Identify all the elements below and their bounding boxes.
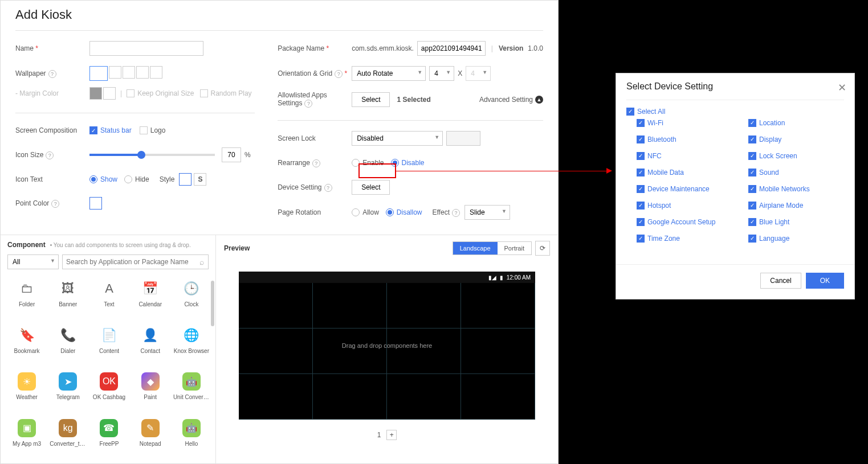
component-item[interactable]: 🤖Unit Converter xyxy=(172,370,211,414)
device-setting-checkbox[interactable]: Hotspot xyxy=(637,202,732,210)
landscape-tab[interactable]: Landscape xyxy=(453,242,498,254)
scrollbar[interactable] xyxy=(211,281,214,326)
component-item[interactable]: 🕒Clock xyxy=(172,277,211,322)
wallpaper-swatches[interactable] xyxy=(89,66,162,81)
help-icon[interactable]: ? xyxy=(335,70,343,78)
status-bar-preview: ▮◢ ▮ 12:00 AM xyxy=(239,272,535,283)
component-item[interactable]: AText xyxy=(89,277,128,322)
style-shadow[interactable]: S xyxy=(194,173,206,186)
refresh-button[interactable]: ⟳ xyxy=(535,241,550,256)
component-item[interactable]: 📞Dialer xyxy=(48,324,87,368)
device-setting-checkbox[interactable]: Device Maintenance xyxy=(637,185,732,193)
component-item[interactable]: 🌐Knox Browser xyxy=(172,324,211,368)
component-item[interactable]: ◆Paint xyxy=(131,370,170,414)
icon-size-value[interactable] xyxy=(222,147,241,162)
help-icon[interactable]: ? xyxy=(48,70,56,78)
device-setting-checkbox[interactable]: Time Zone xyxy=(637,235,732,243)
icon-size-label: Icon Size? xyxy=(15,151,89,159)
add-page-button[interactable]: + xyxy=(386,430,397,440)
portrait-tab[interactable]: Portrait xyxy=(498,242,531,254)
package-name-label: Package Name xyxy=(278,44,352,52)
help-icon[interactable]: ? xyxy=(51,200,59,208)
add-kiosk-panel: Add Kiosk Name Wallpaper? - Margin Color… xyxy=(0,0,559,464)
page-rotation-disallow[interactable]: Disallow xyxy=(386,208,422,216)
icon-size-slider[interactable] xyxy=(89,154,215,156)
icon-text-show[interactable]: Show xyxy=(89,175,117,183)
device-setting-checkbox[interactable]: Bluetooth xyxy=(637,135,732,143)
ok-button[interactable]: OK xyxy=(806,273,844,289)
package-prefix: com.sds.emm.kiosk. xyxy=(352,44,414,52)
point-color-swatch[interactable] xyxy=(89,197,102,210)
search-icon[interactable]: ⌕ xyxy=(199,257,204,266)
signal-icon: ▮◢ xyxy=(488,274,496,281)
component-item[interactable]: ➤Telegram xyxy=(48,370,87,414)
device-setting-checkbox[interactable]: Mobile Networks xyxy=(748,185,844,193)
random-play-checkbox[interactable]: Random Play xyxy=(200,89,252,97)
device-setting-checkbox[interactable]: Location xyxy=(748,119,844,127)
help-icon[interactable]: ? xyxy=(46,151,54,159)
page-rotation-label: Page Rotation xyxy=(278,208,352,216)
select-all-checkbox[interactable]: Select All xyxy=(626,108,665,116)
preview-screen[interactable]: ▮◢ ▮ 12:00 AM Drag and drop components h… xyxy=(239,272,535,420)
page-rotation-allow[interactable]: Allow xyxy=(352,208,379,216)
orientation-label: Orientation & Grid? xyxy=(278,69,352,78)
device-setting-checkbox[interactable]: Display xyxy=(748,135,844,143)
device-setting-checkbox[interactable]: Airplane Mode xyxy=(748,202,844,210)
status-bar-checkbox[interactable]: Status bar xyxy=(89,126,132,134)
grid-cols-select[interactable]: 4 xyxy=(429,66,454,81)
device-setting-checkbox[interactable]: Google Account Setup xyxy=(637,218,732,226)
help-icon[interactable]: ? xyxy=(304,100,312,108)
component-item[interactable]: ▣My App m3 xyxy=(7,417,46,461)
allowlisted-label: Allowlisted Apps Settings? xyxy=(278,91,352,108)
clock-text: 12:00 AM xyxy=(507,274,531,281)
component-item[interactable]: kgConverter_te... xyxy=(48,417,87,461)
component-filter-select[interactable]: All xyxy=(7,254,59,269)
screen-lock-select[interactable]: Disabled xyxy=(352,131,443,146)
component-item[interactable]: 📄Content xyxy=(89,324,128,368)
name-label: Name xyxy=(15,44,89,52)
logo-checkbox[interactable]: Logo xyxy=(140,126,166,134)
help-icon[interactable]: ? xyxy=(312,159,320,167)
style-color[interactable] xyxy=(179,173,191,186)
preview-header: Preview xyxy=(224,244,250,252)
effect-label: Effect? xyxy=(433,208,460,217)
component-item[interactable]: ☀Weather xyxy=(7,370,46,414)
rearrange-label: Rearrange? xyxy=(278,159,352,167)
device-setting-checkbox[interactable]: Mobile Data xyxy=(637,169,732,176)
component-item[interactable]: ✎Notepad xyxy=(131,417,170,461)
help-icon[interactable]: ? xyxy=(452,209,460,217)
margin-color-swatch2[interactable] xyxy=(103,87,116,100)
help-icon[interactable]: ? xyxy=(324,184,332,192)
icon-text-hide[interactable]: Hide xyxy=(124,175,149,183)
device-setting-select-button[interactable]: Select xyxy=(352,180,390,195)
close-icon[interactable]: ✕ xyxy=(838,81,846,94)
margin-color-swatch[interactable] xyxy=(89,87,102,100)
device-setting-checkbox[interactable]: NFC xyxy=(637,152,732,160)
icon-text-label: Icon Text xyxy=(15,175,89,183)
keep-original-checkbox[interactable]: Keep Original Size xyxy=(127,89,194,97)
allowlisted-count: 1 Selected xyxy=(397,96,430,104)
package-name-input[interactable] xyxy=(417,41,486,56)
component-item[interactable]: 🔖Bookmark xyxy=(7,324,46,368)
allowlisted-select-button[interactable]: Select xyxy=(352,92,390,107)
component-item[interactable]: OKOK Cashbag xyxy=(89,370,128,414)
advanced-setting-toggle[interactable]: Advanced Setting▲ xyxy=(479,96,543,104)
device-setting-checkbox[interactable]: Blue Light xyxy=(748,218,844,226)
component-item[interactable]: 📅Calendar xyxy=(131,277,170,322)
component-item[interactable]: ☎FreePP xyxy=(89,417,128,461)
name-input[interactable] xyxy=(89,41,203,56)
component-item[interactable]: 👤Contact xyxy=(131,324,170,368)
component-item[interactable]: 🤖Hello xyxy=(172,417,211,461)
component-search-input[interactable] xyxy=(62,254,209,269)
component-item[interactable]: 🗀Folder xyxy=(7,277,46,322)
effect-select[interactable]: Slide xyxy=(464,205,510,220)
version-label: Version xyxy=(499,44,523,52)
orientation-toggle[interactable]: Landscape Portrait xyxy=(453,241,532,255)
device-setting-checkbox[interactable]: Lock Screen xyxy=(748,152,844,160)
cancel-button[interactable]: Cancel xyxy=(760,273,801,289)
component-item[interactable]: 🖼Banner xyxy=(48,277,87,322)
device-setting-checkbox[interactable]: Language xyxy=(748,235,844,243)
device-setting-checkbox[interactable]: Wi-Fi xyxy=(637,119,732,127)
orientation-select[interactable]: Auto Rotate xyxy=(352,66,426,81)
device-setting-checkbox[interactable]: Sound xyxy=(748,169,844,176)
